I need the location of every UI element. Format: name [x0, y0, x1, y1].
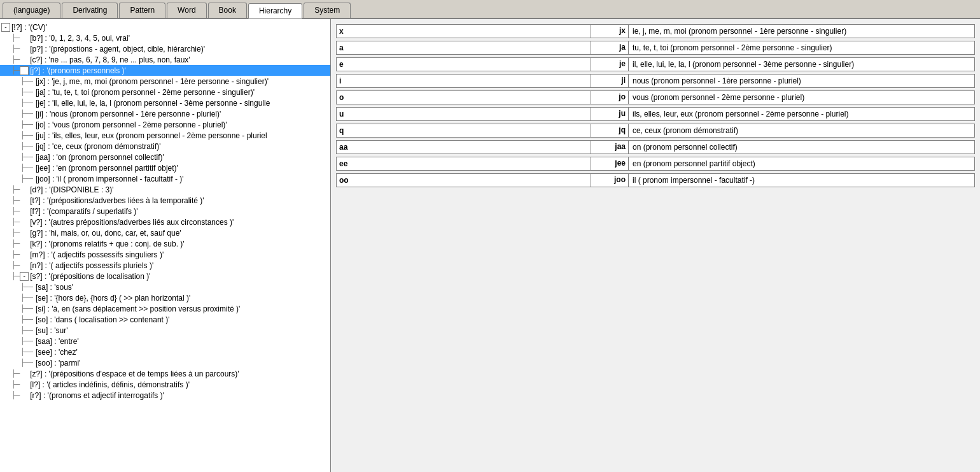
tree-item-root[interactable]: -[!?] : '(CV)' [0, 22, 330, 32]
tree-label-joo: [joo] : 'il ( pronom impersonnel - facul… [36, 175, 184, 183]
tree-label-sa: [sa] : 'sous' [36, 283, 73, 292]
grid-container: jxie, j, me, m, moi (pronom personnel - … [336, 24, 975, 187]
tree-label-f: [f?] : '(comparatifs / superlatifs )' [30, 207, 137, 216]
grid-value-3: nous (pronom personnel - 1ère personne -… [629, 74, 975, 88]
tree-item-jee[interactable]: ├──[jee] : 'en (pronom personnel partiti… [0, 162, 330, 173]
tree-item-z[interactable]: ├─[z?] : '(prépositions d'espace et de t… [0, 368, 330, 379]
tree-item-so[interactable]: ├──[so] : 'dans ( localisation >> conten… [0, 314, 330, 325]
branch-line: ├─ [11, 261, 20, 269]
grid-left-input-7[interactable] [336, 140, 591, 154]
tree-item-saa[interactable]: ├──[saa] : 'entre' [0, 336, 330, 347]
branch-line: ├── [20, 131, 33, 139]
grid-left-input-4[interactable] [336, 90, 591, 104]
tree-label-soo: [soo] : 'parmi' [36, 359, 81, 368]
tree-item-ja[interactable]: ├──[ja] : 'tu, te, t, toi (pronom person… [0, 87, 330, 97]
branch-line: ├─ [11, 391, 20, 399]
tree-item-ji[interactable]: ├──[ji] : 'nous (pronom personnel - 1ère… [0, 108, 330, 119]
grid-key-9: joo [591, 173, 629, 187]
tab-derivating[interactable]: Derivating [62, 3, 118, 18]
tree-item-soo[interactable]: ├──[soo] : 'parmi' [0, 357, 330, 368]
tree-label-l: [l?] : '( articles indéfinis, définis, d… [30, 380, 190, 389]
grid-value-7: on (pronom personnel collectif) [629, 140, 975, 154]
grid-left-input-0[interactable] [336, 24, 591, 38]
grid-value-1: tu, te, t, toi (pronom personnel - 2ème … [629, 41, 975, 55]
grid-value-4: vous (pronom personnel - 2ème personne -… [629, 90, 975, 104]
branch-line: ├── [20, 337, 33, 345]
tree-item-su[interactable]: ├──[su] : 'sur' [0, 325, 330, 336]
branch-line: ├─ [11, 272, 20, 280]
tree-item-v[interactable]: ├─[v?] : '(autres prépositions/adverbes … [0, 217, 330, 227]
tab-pattern[interactable]: Pattern [119, 3, 165, 18]
branch-line: ├─ [11, 369, 20, 378]
tab-book[interactable]: Book [208, 3, 247, 18]
tab-language[interactable]: (language) [3, 3, 60, 18]
branch-line: ├─ [11, 380, 20, 389]
branch-line: ├── [20, 283, 33, 291]
tree-item-see2[interactable]: ├──[see] : 'chez' [0, 347, 330, 357]
tree-item-f[interactable]: ├─[f?] : '(comparatifs / superlatifs )' [0, 206, 330, 217]
tree-item-k[interactable]: ├─[k?] : '(pronoms relatifs + que : conj… [0, 238, 330, 249]
tree-panel[interactable]: -[!?] : '(CV)'├─[b?] : '0, 1, 2, 3, 4, 5… [0, 19, 331, 472]
grid-left-input-3[interactable] [336, 74, 591, 88]
tree-item-si[interactable]: ├──[si] : 'à, en (sans déplacement >> po… [0, 303, 330, 314]
main-content: -[!?] : '(CV)'├─[b?] : '0, 1, 2, 3, 4, 5… [0, 19, 980, 472]
tree-item-b[interactable]: ├─[b?] : '0, 1, 2, 3, 4, 5, oui, vrai' [0, 32, 330, 43]
grid-left-input-9[interactable] [336, 173, 591, 187]
tab-system[interactable]: System [304, 3, 351, 18]
grid-value-6: ce, ceux (pronom démonstratif) [629, 124, 975, 138]
tree-item-jq[interactable]: ├──[jq] : 'ce, ceux (pronom démonstratif… [0, 141, 330, 152]
grid-left-input-2[interactable] [336, 57, 591, 71]
expand-icon-s[interactable]: - [20, 272, 29, 281]
tree-label-jee: [jee] : 'en (pronom personnel partitif o… [36, 164, 178, 173]
tree-item-t[interactable]: ├─[t?] : '(prépositions/adverbes liées à… [0, 195, 330, 206]
branch-line: ├─ [11, 250, 20, 259]
branch-line: ├─ [11, 45, 20, 53]
tab-word[interactable]: Word [167, 3, 206, 18]
tree-item-jaa[interactable]: ├──[jaa] : 'on (pronom personnel collect… [0, 152, 330, 162]
grid-left-input-1[interactable] [336, 41, 591, 55]
grid-key-1: ja [591, 41, 629, 55]
grid-left-input-8[interactable] [336, 157, 591, 171]
tree-item-p[interactable]: ├─[p?] : '(prépostions - agent, object, … [0, 43, 330, 54]
tree-label-v: [v?] : '(autres prépositions/adverbes li… [30, 218, 234, 227]
tree-label-ji: [ji] : 'nous (pronom personnel - 1ère pe… [36, 110, 221, 118]
tree-item-se[interactable]: ├──[se] : '{hors de}, {hors d} ( >> plan… [0, 292, 330, 303]
tree-item-l[interactable]: ├─[l?] : '( articles indéfinis, définis,… [0, 379, 330, 390]
tree-label-si: [si] : 'à, en (sans déplacement >> posit… [36, 304, 240, 313]
branch-line: ├─ [11, 218, 20, 226]
tree-item-m[interactable]: ├─[m?] : '( adjectifs possessifs singuli… [0, 249, 330, 260]
tree-item-n[interactable]: ├─[n?] : '( adjectifs possessifs pluriel… [0, 260, 330, 271]
tree-item-c[interactable]: ├─[c?] : 'ne ... pas, 6, 7, 8, 9, ne ...… [0, 54, 330, 65]
tree-item-sa[interactable]: ├──[sa] : 'sous' [0, 282, 330, 292]
expand-icon-root[interactable]: - [1, 23, 10, 32]
tree-label-c: [c?] : 'ne ... pas, 6, 7, 8, 9, ne ... p… [30, 55, 190, 64]
tree-item-d[interactable]: ├─[d?] : '(DISPONIBLE : 3)' [0, 184, 330, 195]
expand-icon-j[interactable]: - [20, 66, 29, 75]
tree-item-jo[interactable]: ├──[jo] : 'vous (pronom personnel - 2ème… [0, 119, 330, 130]
tree-label-p: [p?] : '(prépostions - agent, object, ci… [30, 45, 205, 54]
tree-label-jaa: [jaa] : 'on (pronom personnel collectif)… [36, 153, 164, 162]
tree-item-s[interactable]: ├─-[s?] : '(prépositions de localisation… [0, 271, 330, 282]
grid-value-2: il, elle, lui, le, la, l (pronom personn… [629, 57, 975, 71]
grid-key-3: ji [591, 74, 629, 88]
tree-item-joo[interactable]: ├──[joo] : 'il ( pronom impersonnel - fa… [0, 173, 330, 184]
tree-item-jx[interactable]: ├──[jx] : 'je, j, me, m, moi (pronom per… [0, 76, 330, 87]
branch-line: ├─ [11, 66, 20, 75]
app-container: (language)DerivatingPatternWordBookHiera… [0, 0, 980, 472]
grid-key-0: jx [591, 24, 629, 38]
tree-label-b: [b?] : '0, 1, 2, 3, 4, 5, oui, vrai' [30, 34, 130, 43]
branch-line: ├── [20, 304, 33, 313]
tab-hierarchy[interactable]: Hierarchy [248, 3, 302, 18]
tree-item-je[interactable]: ├──[je] : 'il, elle, lui, le, la, l (pro… [0, 97, 330, 108]
branch-line: ├─ [11, 240, 20, 248]
tree-label-d: [d?] : '(DISPONIBLE : 3)' [30, 185, 113, 194]
tree-item-j[interactable]: ├─-[j?] : '(pronoms personnels )' [0, 65, 330, 76]
tree-item-g[interactable]: ├─[g?] : 'hi, mais, or, ou, donc, car, e… [0, 227, 330, 238]
tree-item-ju[interactable]: ├──[ju] : 'ils, elles, leur, eux (pronom… [0, 130, 330, 141]
tree-label-m: [m?] : '( adjectifs possessifs singulier… [30, 250, 164, 259]
tree-item-r[interactable]: ├─[r?] : '(pronoms et adjectif interroga… [0, 390, 330, 401]
tree-label-t: [t?] : '(prépositions/adverbes liées à l… [30, 196, 204, 205]
grid-left-input-5[interactable] [336, 107, 591, 121]
grid-left-input-6[interactable] [336, 124, 591, 138]
tree-label-ju: [ju] : 'ils, elles, leur, eux (pronom pe… [36, 131, 267, 140]
